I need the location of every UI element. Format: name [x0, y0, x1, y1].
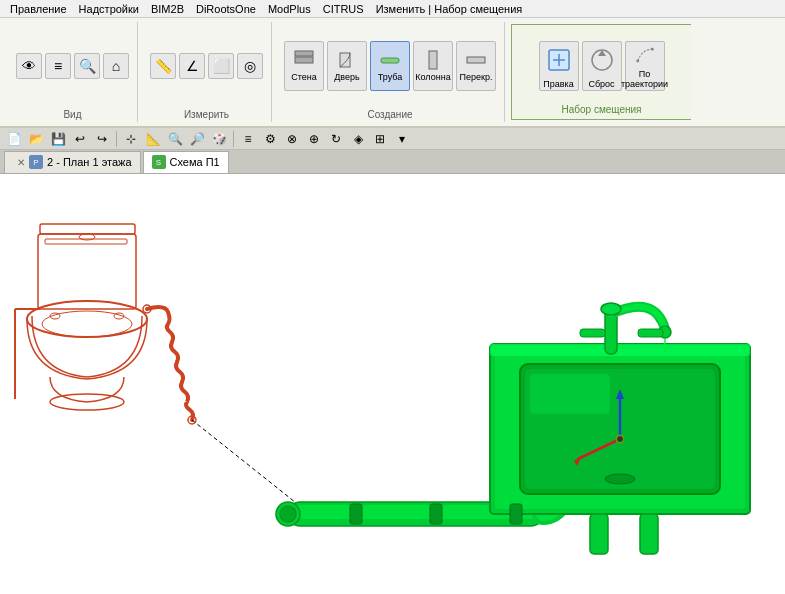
menu-nastrojki[interactable]: Надстройки — [73, 3, 145, 15]
ribbon-label-sozdanie: Создание — [367, 107, 412, 120]
ribbon-btn-trajectory[interactable]: По траектории — [625, 41, 665, 91]
ribbon-btn-zoom[interactable]: 🔍 — [74, 53, 100, 79]
qa-undo[interactable]: ↩ — [70, 130, 90, 148]
svg-rect-43 — [640, 514, 658, 554]
svg-rect-3 — [381, 58, 399, 63]
qa-separator1 — [116, 131, 117, 147]
main-svg — [0, 174, 785, 594]
main-area — [0, 174, 785, 594]
ribbon-btn-ruler[interactable]: 📏 — [150, 53, 176, 79]
menu-bar: Правление Надстройки BIM2B DiRootsOne Mo… — [0, 0, 785, 18]
ribbon-group-sozdanie: Стена Дверь Труба — [276, 22, 505, 122]
svg-rect-2 — [340, 53, 350, 67]
qa-filter[interactable]: ⊗ — [282, 130, 302, 148]
tab-schema-p1[interactable]: S Схема П1 — [143, 151, 229, 173]
ribbon-btn-column[interactable]: Колонна — [413, 41, 453, 91]
qa-more[interactable]: ▾ — [392, 130, 412, 148]
svg-point-10 — [636, 59, 639, 62]
menu-izmenit[interactable]: Изменить | Набор смещения — [370, 3, 529, 15]
ribbon-btn-wall[interactable]: Стена — [284, 41, 324, 91]
svg-rect-42 — [590, 514, 608, 554]
svg-point-49 — [617, 436, 623, 442]
qa-save[interactable]: 💾 — [48, 130, 68, 148]
tab-icon-schema: S — [152, 155, 166, 169]
ribbon-btn-slab[interactable]: Перекр. — [456, 41, 496, 91]
svg-rect-1 — [295, 51, 313, 56]
qa-settings[interactable]: ⚙ — [260, 130, 280, 148]
tabbar: ✕ P 2 - План 1 этажа S Схема П1 — [0, 150, 785, 174]
qa-open[interactable]: 📂 — [26, 130, 46, 148]
pipe-coupling-3 — [510, 504, 522, 524]
ribbon-content: 👁 ≡ 🔍 ⌂ Вид 📏 ∠ ⬜ ◎ Измерить — [0, 18, 785, 126]
qa-select[interactable]: ⊹ — [121, 130, 141, 148]
ribbon-btn-layer[interactable]: ≡ — [45, 53, 71, 79]
svg-rect-40 — [580, 329, 605, 337]
ribbon-btn-sbros[interactable]: Сброс — [582, 41, 622, 91]
ribbon-btn-pravka[interactable]: Правка — [539, 41, 579, 91]
qa-grid[interactable]: ⊞ — [370, 130, 390, 148]
svg-rect-4 — [429, 51, 437, 69]
tab-close-plan1[interactable]: ✕ — [17, 157, 25, 168]
ribbon-group-nabor: Правка Сброс По траектории — [511, 24, 691, 120]
svg-point-11 — [650, 47, 653, 50]
qa-layers[interactable]: ≡ — [238, 130, 258, 148]
ribbon-icons-nabor: Правка Сброс По траектории — [539, 29, 665, 102]
svg-rect-34 — [530, 374, 610, 414]
viewport[interactable] — [0, 174, 785, 594]
svg-rect-31 — [490, 344, 750, 356]
tab-icon-plan1: P — [29, 155, 43, 169]
svg-rect-41 — [638, 329, 663, 337]
ribbon-label-vid: Вид — [63, 107, 81, 120]
ribbon-icons-vid: 👁 ≡ 🔍 ⌂ — [16, 24, 129, 107]
qa-pin[interactable]: ⊕ — [304, 130, 324, 148]
qa-3d[interactable]: 🎲 — [209, 130, 229, 148]
qa-measure[interactable]: 📐 — [143, 130, 163, 148]
ribbon-btn-area[interactable]: ⬜ — [208, 53, 234, 79]
pipe-coupling-2 — [430, 504, 442, 524]
menu-bim2b[interactable]: BIM2B — [145, 3, 190, 15]
quickbar: 📄 📂 💾 ↩ ↪ ⊹ 📐 🔍 🔎 🎲 ≡ ⚙ ⊗ ⊕ ↻ ◈ ⊞ ▾ — [0, 128, 785, 150]
pipe-coupling-1 — [350, 504, 362, 524]
qa-new[interactable]: 📄 — [4, 130, 24, 148]
qa-separator2 — [233, 131, 234, 147]
canvas-area — [0, 174, 785, 594]
svg-rect-5 — [467, 57, 485, 63]
menu-pravlenie[interactable]: Правление — [4, 3, 73, 15]
qa-redo[interactable]: ↪ — [92, 130, 112, 148]
ribbon-group-vid: 👁 ≡ 🔍 ⌂ Вид — [8, 22, 138, 122]
svg-point-35 — [605, 474, 635, 484]
svg-point-39 — [601, 303, 621, 315]
ribbon-group-izmerit: 📏 ∠ ⬜ ◎ Измерить — [142, 22, 272, 122]
ribbon-label-nabor: Набор смещения — [561, 104, 641, 115]
menu-modplus[interactable]: ModPlus — [262, 3, 317, 15]
menu-dirootsone[interactable]: DiRootsOne — [190, 3, 262, 15]
menu-citrus[interactable]: CITRUS — [317, 3, 370, 15]
ribbon-btn-eye[interactable]: 👁 — [16, 53, 42, 79]
qa-snap[interactable]: ◈ — [348, 130, 368, 148]
ribbon-btn-target[interactable]: ◎ — [237, 53, 263, 79]
ribbon-btn-pipe-main[interactable]: Труба — [370, 41, 410, 91]
ribbon-icons-izmerit: 📏 ∠ ⬜ ◎ — [150, 24, 263, 107]
ribbon-icons-sozdanie: Стена Дверь Труба — [284, 24, 496, 107]
ribbon-btn-door[interactable]: Дверь — [327, 41, 367, 91]
ribbon-label-izmerit: Измерить — [184, 107, 229, 120]
qa-rotate[interactable]: ↻ — [326, 130, 346, 148]
qa-zoom-in[interactable]: 🔍 — [165, 130, 185, 148]
ribbon: 👁 ≡ 🔍 ⌂ Вид 📏 ∠ ⬜ ◎ Измерить — [0, 18, 785, 128]
tab-plan-1[interactable]: ✕ P 2 - План 1 этажа — [4, 151, 141, 173]
qa-zoom-out[interactable]: 🔎 — [187, 130, 207, 148]
tab-label-schema: Схема П1 — [170, 156, 220, 168]
tab-label-plan1: 2 - План 1 этажа — [47, 156, 132, 168]
ribbon-btn-home[interactable]: ⌂ — [103, 53, 129, 79]
pipe-left-cap — [280, 506, 296, 522]
svg-rect-0 — [295, 57, 313, 63]
ribbon-btn-angle[interactable]: ∠ — [179, 53, 205, 79]
